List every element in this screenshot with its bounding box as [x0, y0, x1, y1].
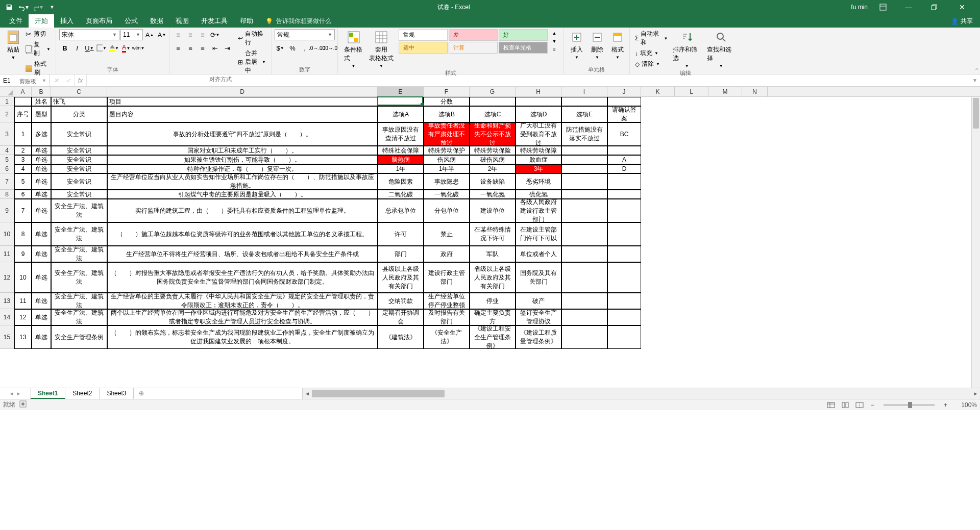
cell-seq[interactable]: 5: [14, 173, 32, 190]
cell-cat[interactable]: 安全生产法、建筑法: [51, 293, 107, 309]
tab-view[interactable]: 视图: [169, 14, 195, 28]
align-left-button[interactable]: ≡: [173, 42, 184, 54]
cell-type[interactable]: 单选: [32, 222, 51, 246]
cell-answer[interactable]: [607, 262, 641, 293]
tab-formulas[interactable]: 公式: [118, 14, 144, 28]
view-page-layout-button[interactable]: [839, 400, 851, 410]
macro-record-button[interactable]: [19, 400, 27, 409]
cell-type[interactable]: 多选: [32, 122, 51, 146]
insert-cells-button[interactable]: 插入▼: [567, 29, 587, 61]
cell-opt-a[interactable]: 县级以上各级人民政府及其有关部门: [378, 262, 424, 293]
col-header-C[interactable]: C: [51, 87, 107, 96]
cell-opt-d[interactable]: 签订安全生产管理协议: [516, 309, 561, 325]
cell-answer[interactable]: BC: [607, 122, 641, 146]
find-select-button[interactable]: 查找和选择▼: [704, 29, 738, 69]
cell-opt-e[interactable]: [561, 199, 607, 222]
cell-opt-d[interactable]: 败血症: [516, 155, 561, 164]
cell[interactable]: [378, 97, 424, 106]
cell-question[interactable]: （ ）施工单位超越本单位资质等级许可的业务范围或者以其他施工单位的名义承揽工程。: [107, 222, 378, 246]
cell-type[interactable]: 单选: [32, 325, 51, 349]
decrease-decimal-button[interactable]: .00→.0: [324, 42, 335, 54]
cell-opt-b[interactable]: 《安全生产法》: [424, 325, 470, 349]
cell-opt-b[interactable]: 建设行政主管部门: [424, 262, 470, 293]
cell-opt-d[interactable]: 广大职工没有受到教育不放过: [516, 122, 561, 146]
sort-filter-button[interactable]: 排序和筛选▼: [670, 29, 704, 69]
cell-opt-c[interactable]: 军队: [470, 246, 516, 262]
select-all-triangle[interactable]: [0, 87, 14, 97]
cell-cat[interactable]: 安全生产法、建筑法: [51, 246, 107, 262]
cell-hdr-ans[interactable]: 请确认答案: [607, 106, 641, 122]
cell-opt-d[interactable]: 各级人民政府建设行政主管部门: [516, 199, 561, 222]
cell-hdr-e[interactable]: 选项E: [561, 106, 607, 122]
cell-opt-c[interactable]: 省级以上各级人民政府及其有关部门: [470, 262, 516, 293]
cell-seq[interactable]: 2: [14, 146, 32, 155]
col-header-E[interactable]: E: [378, 87, 424, 96]
cell[interactable]: [470, 97, 516, 106]
styles-more[interactable]: ≡: [549, 45, 560, 54]
cell-opt-a[interactable]: 交纳罚款: [378, 293, 424, 309]
col-header-A[interactable]: A: [14, 87, 32, 96]
row-header-7[interactable]: 7: [0, 173, 14, 190]
cell-seq[interactable]: 3: [14, 155, 32, 164]
qat-redo[interactable]: ▾: [33, 2, 43, 12]
cell-opt-c[interactable]: 特殊劳动保险: [470, 146, 516, 155]
tab-help[interactable]: 帮助: [234, 14, 259, 28]
cell-cat[interactable]: 安全生产法、建筑法: [51, 309, 107, 325]
row-header-11[interactable]: 11: [0, 246, 14, 262]
cell-opt-a[interactable]: 事故原因没有查清不放过: [378, 122, 424, 146]
row-header-1[interactable]: 1: [0, 97, 14, 106]
qat-customize[interactable]: ▼: [47, 2, 57, 12]
cell-cat[interactable]: 安全常识: [51, 146, 107, 155]
cell-opt-d[interactable]: 3年: [516, 164, 561, 173]
tab-developer[interactable]: 开发工具: [195, 14, 234, 28]
cell-opt-b[interactable]: 1年半: [424, 164, 470, 173]
cell-opt-c[interactable]: 停业: [470, 293, 516, 309]
cell-opt-c[interactable]: 在某些特殊情况下许可: [470, 222, 516, 246]
cell-question[interactable]: 事故的分析处理要遵守"四不放过"原则是（ ）。: [107, 122, 378, 146]
cell-type[interactable]: 单选: [32, 199, 51, 222]
cell-opt-b[interactable]: 政府: [424, 246, 470, 262]
cell-answer[interactable]: [607, 190, 641, 199]
cell[interactable]: [14, 97, 32, 106]
increase-font-button[interactable]: A▲: [144, 29, 155, 40]
row-header-8[interactable]: 8: [0, 190, 14, 199]
cell-opt-b[interactable]: 伤风病: [424, 155, 470, 164]
cell-answer[interactable]: [607, 325, 641, 349]
cell-opt-e[interactable]: [561, 246, 607, 262]
cell-hdr-b[interactable]: 选项B: [424, 106, 470, 122]
new-sheet-button[interactable]: ⊕: [134, 388, 149, 399]
cell-opt-d[interactable]: 在建设主管部门许可下可以: [516, 222, 561, 246]
maximize-button[interactable]: [924, 0, 944, 14]
paste-button[interactable]: 粘贴▼: [3, 29, 23, 61]
cell-seq[interactable]: 4: [14, 164, 32, 173]
cell-opt-e[interactable]: [561, 146, 607, 155]
fill-button[interactable]: ↓填充▼: [633, 48, 670, 58]
cell-opt-e[interactable]: 防范措施没有落实不放过: [561, 122, 607, 146]
zoom-in-button[interactable]: +: [941, 401, 950, 409]
cell[interactable]: [561, 97, 607, 106]
cell-opt-e[interactable]: [561, 173, 607, 190]
col-header-G[interactable]: G: [470, 87, 516, 96]
number-format-combo[interactable]: 常规▼: [275, 29, 335, 40]
row-header-10[interactable]: 10: [0, 222, 14, 246]
cell-opt-a[interactable]: 许可: [378, 222, 424, 246]
cell-opt-c[interactable]: 确定主要负责方: [470, 309, 516, 325]
tab-home[interactable]: 开始: [29, 14, 54, 28]
style-good[interactable]: 好: [499, 29, 548, 41]
cell-hdr-d[interactable]: 选项D: [516, 106, 561, 122]
ribbon-display-options[interactable]: [873, 0, 893, 14]
conditional-format-button[interactable]: 条件格式▼: [341, 29, 366, 69]
align-bottom-button[interactable]: ≡: [197, 29, 208, 40]
tell-me[interactable]: 💡告诉我你想要做什么: [259, 15, 337, 28]
cell-opt-d[interactable]: 国务院及其有关部门: [516, 262, 561, 293]
tab-file[interactable]: 文件: [3, 14, 29, 28]
cell-seq[interactable]: 6: [14, 190, 32, 199]
sheet-nav-prev[interactable]: ◄: [9, 391, 14, 396]
cell-hdr-type[interactable]: 题型: [32, 106, 51, 122]
cell-opt-b[interactable]: 及时报告有关部门: [424, 309, 470, 325]
cell-opt-c[interactable]: 建设单位: [470, 199, 516, 222]
row-header-13[interactable]: 13: [0, 293, 14, 309]
cell-opt-a[interactable]: 《建筑法》: [378, 325, 424, 349]
clear-button[interactable]: ◇清除▼: [633, 59, 670, 69]
fill-color-button[interactable]: ▼: [108, 42, 119, 54]
